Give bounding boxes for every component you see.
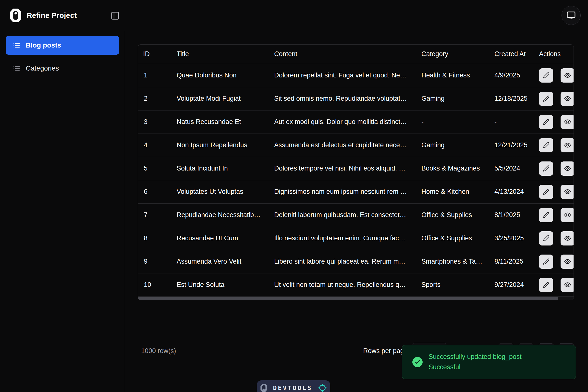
monitor-button[interactable] xyxy=(562,6,581,25)
rows-per-page-label: Rows per page xyxy=(363,347,408,355)
cell-content: Dignissimos nam eum ipsum nesciunt rem … xyxy=(268,180,416,203)
show-button[interactable] xyxy=(560,115,574,129)
eye-icon xyxy=(564,281,571,288)
table-row: 8 Recusandae Ut Cum Illo nesciunt volupt… xyxy=(138,226,574,250)
edit-button[interactable] xyxy=(539,162,553,176)
cell-content: Illo nesciunt voluptatem enim. Cumque fa… xyxy=(268,226,416,250)
toast-subtitle: Successful xyxy=(428,364,522,371)
cell-id: 8 xyxy=(138,226,171,250)
cell-title: Soluta Incidunt In xyxy=(171,157,268,180)
cell-created-at: 12/18/2025 xyxy=(488,87,533,110)
show-button[interactable] xyxy=(560,208,574,222)
edit-button[interactable] xyxy=(539,115,553,129)
edit-button[interactable] xyxy=(539,231,553,246)
cell-created-at: 8/1/2025 xyxy=(488,203,533,226)
pencil-icon xyxy=(543,72,550,79)
cell-category: - xyxy=(416,110,488,134)
show-button[interactable] xyxy=(560,162,574,176)
cell-title: Recusandae Ut Cum xyxy=(171,226,268,250)
cell-content: Dolorem repellat sint. Fuga vel et quod.… xyxy=(268,64,416,87)
cell-created-at: 3/25/2025 xyxy=(488,226,533,250)
app-window: Refine Project xyxy=(0,0,588,392)
sidebar-item-blog-posts[interactable]: Blog posts xyxy=(6,36,119,55)
cell-title: Non Ipsum Repellendus xyxy=(171,134,268,157)
cell-category: Office & Supplies xyxy=(416,203,488,226)
cell-actions xyxy=(533,134,574,157)
cell-id: 3 xyxy=(138,110,171,134)
cell-actions xyxy=(533,226,574,250)
cell-title: Assumenda Vero Velit xyxy=(171,250,268,273)
cell-actions xyxy=(533,87,574,110)
column-header-content: Content xyxy=(268,44,416,64)
list-icon xyxy=(13,42,20,49)
cell-id: 9 xyxy=(138,250,171,273)
cell-title: Repudiandae Necessitatib… xyxy=(171,203,268,226)
cell-content: Sit sed omnis nemo. Repudiandae voluptat… xyxy=(268,87,416,110)
horizontal-scrollbar[interactable] xyxy=(138,297,574,300)
cell-created-at: 5/5/2024 xyxy=(488,157,533,180)
cell-title: Voluptates Ut Voluptas xyxy=(171,180,268,203)
check-circle-icon xyxy=(412,357,422,367)
table-row: 10 Est Unde Soluta Ut velit non totam ut… xyxy=(138,273,574,296)
column-header-created-at: Created At xyxy=(488,44,533,64)
cell-category: Books & Magazines xyxy=(416,157,488,180)
show-button[interactable] xyxy=(560,278,574,292)
eye-icon xyxy=(564,212,571,218)
eye-icon xyxy=(564,118,571,126)
cell-content: Dolores tempore vel nisi. Nihil eos aliq… xyxy=(268,157,416,180)
panel-left-icon xyxy=(110,11,120,20)
cell-category: Health & Fitness xyxy=(416,64,488,87)
show-button[interactable] xyxy=(560,231,574,246)
sidebar-item-categories[interactable]: Categories xyxy=(6,59,119,78)
pencil-icon xyxy=(543,95,550,102)
table-row: 6 Voluptates Ut Voluptas Dignissimos nam… xyxy=(138,180,574,203)
column-header-actions: Actions xyxy=(533,44,574,64)
main-content: ID Title Content Category Created At Act… xyxy=(125,31,588,392)
edit-button[interactable] xyxy=(539,278,553,292)
edit-button[interactable] xyxy=(539,138,553,152)
column-header-id: ID xyxy=(138,44,171,64)
cell-id: 4 xyxy=(138,134,171,157)
show-button[interactable] xyxy=(560,138,574,152)
table-row: 4 Non Ipsum Repellendus Assumenda est de… xyxy=(138,134,574,157)
eye-icon xyxy=(564,235,571,242)
cell-category: Office & Supplies xyxy=(416,226,488,250)
eye-icon xyxy=(564,165,571,172)
pencil-icon xyxy=(543,212,550,218)
table-row: 1 Quae Doloribus Non Dolorem repellat si… xyxy=(138,64,574,87)
table-row: 2 Voluptate Modi Fugiat Sit sed omnis ne… xyxy=(138,87,574,110)
toast-title: Successfully updated blog_post xyxy=(428,353,522,361)
edit-button[interactable] xyxy=(539,68,553,82)
blog-posts-table: ID Title Content Category Created At Act… xyxy=(138,44,574,300)
cell-created-at: - xyxy=(488,110,533,134)
table-row: 3 Natus Recusandae Et Aut ex modi quis. … xyxy=(138,110,574,134)
table-body: 1 Quae Doloribus Non Dolorem repellat si… xyxy=(138,64,574,296)
edit-button[interactable] xyxy=(539,185,553,199)
show-button[interactable] xyxy=(560,185,574,199)
cell-content: Deleniti laborum quibusdam. Est consecte… xyxy=(268,203,416,226)
crosshair-icon xyxy=(318,384,326,392)
cell-category: Sports xyxy=(416,273,488,296)
pencil-icon xyxy=(543,118,550,125)
cell-actions xyxy=(533,250,574,273)
devtools-button[interactable]: DEVTOOLS xyxy=(257,380,330,392)
show-button[interactable] xyxy=(560,92,574,106)
show-button[interactable] xyxy=(560,254,574,269)
edit-button[interactable] xyxy=(539,254,553,269)
table-row: 7 Repudiandae Necessitatib… Deleniti lab… xyxy=(138,203,574,226)
cell-id: 2 xyxy=(138,87,171,110)
cell-category: Smartphones & Ta… xyxy=(416,250,488,273)
edit-button[interactable] xyxy=(539,208,553,222)
eye-icon xyxy=(564,258,571,265)
scrollbar-thumb[interactable] xyxy=(138,297,558,300)
cell-created-at: 4/9/2025 xyxy=(488,64,533,87)
eye-icon xyxy=(564,188,571,195)
cell-category: Gaming xyxy=(416,134,488,157)
edit-button[interactable] xyxy=(539,92,553,106)
table-row: 9 Assumenda Vero Velit Libero sint labor… xyxy=(138,250,574,273)
column-header-title: Title xyxy=(171,44,268,64)
cell-id: 10 xyxy=(138,273,171,296)
show-button[interactable] xyxy=(560,68,574,82)
cell-actions xyxy=(533,203,574,226)
sidebar-collapse-button[interactable] xyxy=(110,11,120,20)
